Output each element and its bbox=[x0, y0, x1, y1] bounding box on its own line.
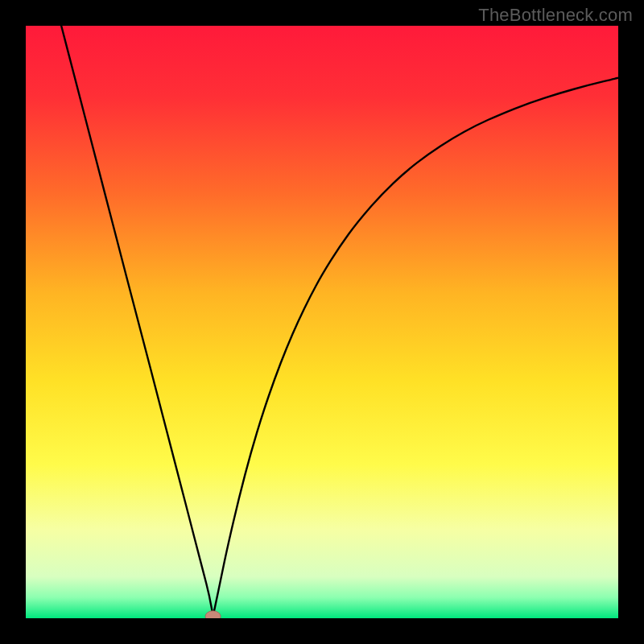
watermark-text: TheBottleneck.com bbox=[478, 5, 633, 26]
bottleneck-chart bbox=[26, 26, 618, 618]
chart-frame bbox=[26, 26, 618, 618]
gradient-background bbox=[26, 26, 618, 618]
